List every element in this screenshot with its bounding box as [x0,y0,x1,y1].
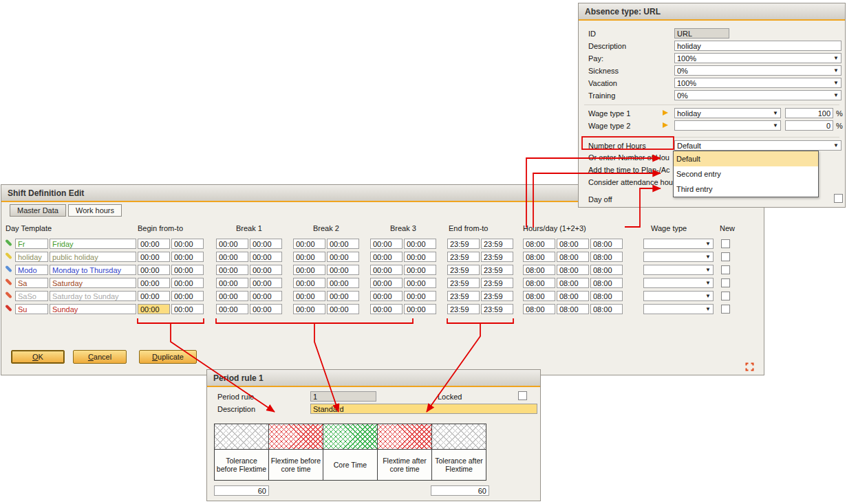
time-input[interactable]: 08:00 [523,304,555,314]
tolerance-after-input[interactable]: 60 [431,485,489,496]
wage-type-row-combobox[interactable]: ▼ [643,291,714,301]
dropdown-option[interactable]: Second entry [674,166,818,182]
time-input[interactable]: 00:00 [171,291,204,301]
tab-master-data[interactable]: Master Data [10,204,66,217]
time-input[interactable]: 00:00 [404,252,436,262]
time-input[interactable]: 00:00 [327,291,359,301]
time-input[interactable]: 00:00 [404,291,436,301]
time-input[interactable]: 00:00 [293,291,325,301]
wage-type-row-combobox[interactable]: ▼ [643,265,714,275]
new-checkbox[interactable] [721,252,730,261]
dropdown-option[interactable]: Default [674,151,818,166]
time-input[interactable]: 00:00 [327,304,359,314]
time-input[interactable]: 08:00 [557,304,589,314]
time-input[interactable]: 00:00 [171,304,204,314]
description-input[interactable]: Standard [310,404,537,414]
day-name-input[interactable]: Sunday [50,304,136,314]
button-ok[interactable]: OK [11,350,65,364]
time-input[interactable]: 23:59 [481,252,513,262]
time-input[interactable]: 08:00 [557,265,589,275]
time-input[interactable]: 08:00 [590,239,623,249]
time-input[interactable]: 08:00 [523,265,555,275]
time-input[interactable]: 23:59 [447,291,480,301]
time-input[interactable]: 00:00 [293,265,325,275]
time-input[interactable]: 08:00 [523,252,555,262]
time-input[interactable]: 08:00 [523,239,555,249]
locked-checkbox[interactable] [518,391,527,400]
absence-window-titlebar[interactable]: Absence type: URL [579,3,845,21]
time-input[interactable]: 00:00 [370,304,403,314]
time-input[interactable]: 23:59 [481,304,513,314]
time-input[interactable]: 08:00 [590,265,623,275]
day-code-input[interactable]: Modo [15,265,48,275]
time-input[interactable]: 00:00 [138,239,170,249]
day-name-input[interactable]: Saturday [50,278,136,288]
time-input[interactable]: 00:00 [171,239,204,249]
time-input[interactable]: 00:00 [327,278,359,288]
time-input[interactable]: 23:59 [447,252,480,262]
day-name-input[interactable]: Friday [50,239,136,249]
time-input[interactable]: 00:00 [250,265,282,275]
time-input[interactable]: 00:00 [171,278,204,288]
day-off-checkbox[interactable] [834,194,843,203]
time-input[interactable]: 23:59 [447,304,480,314]
time-input[interactable]: 08:00 [590,304,623,314]
time-input[interactable]: 08:00 [557,239,589,249]
dropdown-option[interactable]: Third entry [674,182,818,197]
new-checkbox[interactable] [721,278,730,287]
time-input[interactable]: 08:00 [523,278,555,288]
time-input[interactable]: 00:00 [327,265,359,275]
time-input[interactable]: 00:00 [293,278,325,288]
time-input[interactable]: 00:00 [293,304,325,314]
wage-type-row-combobox[interactable]: ▼ [643,304,714,314]
time-input[interactable]: 00:00 [216,291,248,301]
time-input[interactable]: 00:00 [138,304,170,314]
time-input[interactable]: 00:00 [171,265,204,275]
time-input[interactable]: 00:00 [171,252,204,262]
new-checkbox[interactable] [721,305,730,314]
time-input[interactable]: 23:59 [481,239,513,249]
absence-field-combobox[interactable]: 0%▼ [674,65,841,76]
new-checkbox[interactable] [721,239,730,248]
time-input[interactable]: 23:59 [447,239,480,249]
absence-field-combobox[interactable]: 0%▼ [674,90,841,100]
period-window-titlebar[interactable]: Period rule 1 [207,370,540,387]
time-input[interactable]: 00:00 [216,239,248,249]
new-checkbox[interactable] [721,265,730,274]
resize-icon[interactable] [745,362,754,371]
absence-field-combobox[interactable]: 100%▼ [674,53,841,63]
day-code-input[interactable]: Su [15,304,48,314]
time-input[interactable]: 08:00 [523,291,555,301]
time-input[interactable]: 00:00 [404,265,436,275]
absence-field-combobox[interactable]: 100%▼ [674,78,841,88]
wage-type-row-combobox[interactable]: ▼ [643,239,714,249]
time-input[interactable]: 08:00 [590,291,623,301]
time-input[interactable]: 00:00 [404,239,436,249]
wage-type-row-combobox[interactable]: ▼ [643,252,714,262]
time-input[interactable]: 00:00 [293,239,325,249]
time-input[interactable]: 08:00 [557,278,589,288]
time-input[interactable]: 23:59 [481,265,513,275]
wage-type-combobox[interactable]: ▼ [674,120,781,131]
time-input[interactable]: 08:00 [557,252,589,262]
time-input[interactable]: 23:59 [481,278,513,288]
tolerance-before-input[interactable]: 60 [214,485,269,496]
time-input[interactable]: 00:00 [216,304,248,314]
time-input[interactable]: 00:00 [138,252,170,262]
day-code-input[interactable]: SaSo [15,291,48,301]
time-input[interactable]: 00:00 [250,252,282,262]
time-input[interactable]: 00:00 [250,291,282,301]
time-input[interactable]: 23:59 [447,265,480,275]
time-input[interactable]: 00:00 [327,239,359,249]
time-input[interactable]: 23:59 [447,278,480,288]
day-code-input[interactable]: Fr [15,239,48,249]
time-input[interactable]: 08:00 [590,278,623,288]
time-input[interactable]: 23:59 [481,291,513,301]
day-name-input[interactable]: public holiday [50,252,136,262]
wage-percent-input[interactable]: 0 [785,120,833,131]
time-input[interactable]: 00:00 [216,278,248,288]
button-cancel[interactable]: Cancel [73,350,127,364]
time-input[interactable]: 00:00 [327,252,359,262]
day-code-input[interactable]: Sa [15,278,48,288]
day-name-input[interactable]: Monday to Thursday [50,265,136,275]
